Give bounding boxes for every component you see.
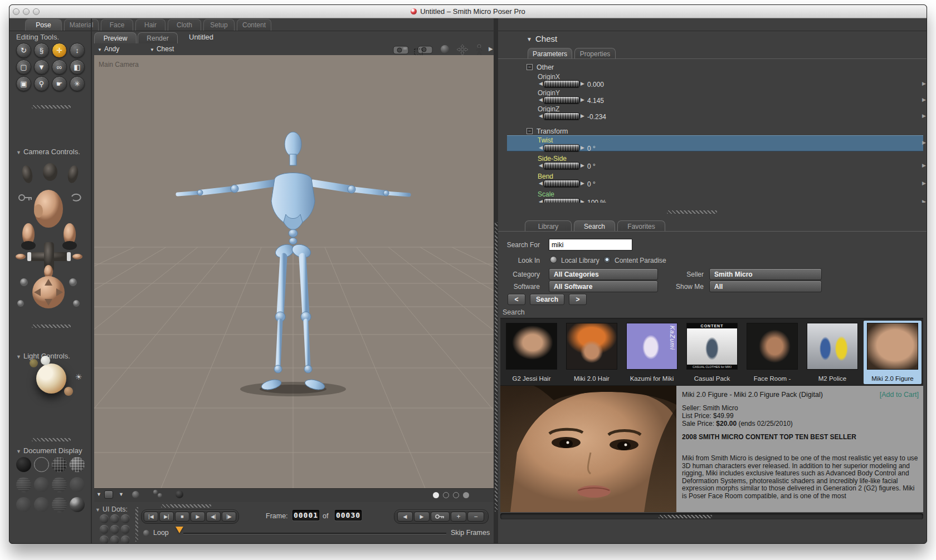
display-flat-shaded-icon[interactable] bbox=[34, 477, 49, 492]
timeline-scrubber[interactable] bbox=[176, 527, 183, 533]
footer-darksphere-icon[interactable] bbox=[176, 490, 183, 498]
ui-dot-4[interactable] bbox=[100, 525, 109, 534]
sidebar-separator[interactable] bbox=[32, 105, 71, 109]
footer-spheres-icon[interactable] bbox=[153, 490, 158, 494]
display-dot-icon[interactable] bbox=[463, 492, 469, 498]
prev-keyframe-button[interactable]: ◀ bbox=[397, 512, 413, 522]
display-smooth-lined-icon[interactable] bbox=[34, 497, 49, 512]
display-full-texture-icon[interactable] bbox=[70, 497, 85, 512]
local-library-radio[interactable] bbox=[550, 256, 557, 263]
figure-icon[interactable] bbox=[475, 44, 483, 56]
tab-library[interactable]: Library bbox=[525, 220, 572, 232]
tab-render[interactable]: Render bbox=[138, 32, 178, 43]
other-group-collapse[interactable]: − bbox=[526, 64, 533, 70]
scale-tool-icon[interactable]: ▢ bbox=[16, 60, 31, 75]
move-cross-icon[interactable] bbox=[456, 44, 469, 56]
viewport-canvas[interactable] bbox=[94, 55, 494, 488]
display-hidden-line-icon[interactable] bbox=[70, 457, 85, 472]
footer-sphere-icon[interactable] bbox=[132, 491, 139, 498]
display-flat-lined-icon[interactable] bbox=[52, 477, 67, 492]
param-value[interactable]: -0.234 bbox=[587, 113, 606, 121]
local-library-label[interactable]: Local Library bbox=[561, 257, 606, 264]
ui-dot-3[interactable] bbox=[121, 514, 130, 523]
sidebar-separator[interactable] bbox=[32, 438, 71, 441]
tab-preview[interactable]: Preview bbox=[94, 32, 136, 43]
camera-flyaround-icon[interactable] bbox=[393, 44, 410, 55]
ui-dot-8[interactable] bbox=[110, 536, 119, 544]
tab-pose[interactable]: Pose bbox=[25, 19, 62, 31]
seller-select[interactable]: Smith Micro bbox=[709, 268, 822, 280]
ui-dot-1[interactable] bbox=[100, 514, 109, 523]
actor-selector[interactable]: ▼Andy bbox=[98, 45, 119, 53]
result-item[interactable]: Face Room - bbox=[743, 321, 801, 384]
footer-dropdown2-icon[interactable]: ▼ bbox=[119, 492, 124, 497]
content-paradise-radio[interactable] bbox=[603, 256, 611, 263]
tab-setup[interactable]: Setup bbox=[203, 19, 235, 31]
tab-favorites[interactable]: Favorites bbox=[617, 220, 665, 232]
param-dial-originy[interactable]: ◀▶ bbox=[539, 96, 584, 104]
document-display-header[interactable]: ▼Document Display bbox=[16, 446, 82, 455]
camera-controls-header[interactable]: ▼Camera Controls. bbox=[16, 148, 80, 156]
edit-keyframes-button[interactable] bbox=[431, 512, 450, 522]
light-dot-icon[interactable] bbox=[64, 387, 73, 396]
param-dial-twist[interactable]: ◀▶ bbox=[539, 144, 584, 151]
camera-controls-widget[interactable] bbox=[14, 158, 86, 309]
param-menu-icon[interactable]: ▶ bbox=[922, 199, 926, 203]
timeline-separator[interactable] bbox=[161, 504, 211, 508]
display-texture-shaded-icon[interactable] bbox=[52, 497, 67, 512]
results-strip[interactable]: G2 Jessi Hair Miki 2.0 Hair KaZumi Kazum… bbox=[500, 318, 923, 386]
param-menu-icon[interactable]: ▶ bbox=[922, 180, 926, 186]
ui-dot-7[interactable] bbox=[100, 536, 109, 544]
display-dot-active-icon[interactable] bbox=[433, 492, 439, 498]
add-keyframe-button[interactable]: + bbox=[451, 512, 466, 522]
display-smooth-shaded-icon[interactable] bbox=[16, 497, 31, 512]
footer-page-icon[interactable] bbox=[104, 490, 113, 499]
sun-icon[interactable]: ☀ bbox=[75, 372, 82, 381]
param-menu-icon[interactable]: ▶ bbox=[922, 81, 926, 86]
direct-manipulation-tool-icon[interactable]: ✳ bbox=[70, 76, 85, 91]
next-page-button[interactable]: > bbox=[569, 294, 587, 305]
result-item[interactable]: KaZumi Kazumi for Miki bbox=[623, 321, 681, 384]
display-outline-icon[interactable] bbox=[34, 457, 49, 472]
last-frame-button[interactable]: ▶| bbox=[159, 512, 174, 522]
twist-tool-icon[interactable]: § bbox=[34, 43, 49, 58]
display-lit-wireframe-icon[interactable] bbox=[16, 477, 31, 492]
param-menu-icon[interactable]: ▶ bbox=[922, 163, 926, 168]
param-menu-icon[interactable]: ▶ bbox=[922, 97, 926, 102]
camera-select-icon[interactable] bbox=[414, 44, 433, 56]
result-item-selected[interactable]: Miki 2.0 Figure bbox=[864, 321, 922, 384]
tab-content[interactable]: Content bbox=[237, 19, 271, 31]
tab-search[interactable]: Search bbox=[574, 220, 615, 232]
display-cartoon-icon[interactable] bbox=[70, 477, 85, 492]
display-dot-icon[interactable] bbox=[443, 492, 449, 498]
tab-hair[interactable]: Hair bbox=[135, 19, 165, 31]
tab-material[interactable]: Material bbox=[64, 19, 99, 31]
view-magnifier-tool-icon[interactable]: ⚲ bbox=[34, 76, 49, 91]
morphing-tool-icon[interactable]: ☛ bbox=[52, 76, 67, 91]
library-separator[interactable] bbox=[667, 210, 717, 214]
param-dial-originx[interactable]: ◀▶ bbox=[539, 80, 584, 87]
param-dial-originz[interactable]: ◀▶ bbox=[539, 112, 584, 120]
camera-name-label[interactable]: Main Camera bbox=[99, 61, 139, 68]
translate-inout-tool-icon[interactable]: ↕ bbox=[70, 43, 85, 58]
trackball-icon[interactable] bbox=[441, 45, 449, 53]
titlebar[interactable]: Untitled – Smith Micro Poser Pro bbox=[9, 5, 927, 18]
timeline-track[interactable] bbox=[183, 533, 446, 534]
product-image[interactable] bbox=[500, 386, 676, 512]
display-dot-icon[interactable] bbox=[453, 492, 459, 498]
result-item[interactable]: M2 Police bbox=[803, 321, 861, 384]
param-value[interactable]: 4.145 bbox=[587, 97, 604, 105]
param-value[interactable]: 0 ° bbox=[587, 163, 596, 170]
result-item[interactable]: G2 Jessi Hair bbox=[503, 321, 560, 384]
result-item[interactable]: Miki 2.0 Hair bbox=[563, 321, 621, 384]
param-dial-sideside[interactable]: ◀▶ bbox=[539, 162, 584, 169]
param-value[interactable]: 0 ° bbox=[587, 145, 596, 153]
first-frame-button[interactable]: |◀ bbox=[144, 512, 158, 522]
horizontal-scrollbar[interactable] bbox=[500, 513, 923, 519]
prev-page-button[interactable]: < bbox=[508, 294, 525, 305]
panel-divider-hatch[interactable] bbox=[495, 222, 498, 512]
footer-dropdown-icon[interactable]: ▼ bbox=[96, 492, 101, 497]
chest-collapse-icon[interactable]: ▼ bbox=[526, 36, 532, 42]
stop-button[interactable]: ■ bbox=[175, 512, 189, 522]
show-me-select[interactable]: All bbox=[709, 281, 822, 292]
